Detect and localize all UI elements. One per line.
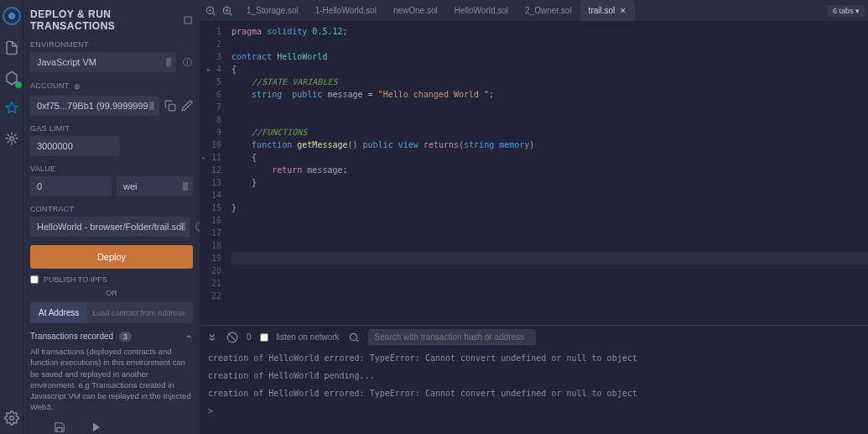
tab-bar: 1_Storage.sol1-HelloWorld.solnewOne.solH…	[200, 0, 868, 22]
remix-logo-icon[interactable]	[3, 7, 21, 25]
account-label: ACCOUNT ⊕	[30, 81, 193, 92]
settings-icon[interactable]	[4, 410, 19, 426]
svg-marker-4	[93, 423, 100, 432]
environment-select[interactable]: JavaScript VM	[30, 52, 176, 72]
svg-point-14	[350, 333, 356, 340]
compiler-icon[interactable]	[4, 71, 19, 86]
console-line: creation of HelloWorld errored: TypeErro…	[208, 389, 860, 398]
transactions-count-badge: 3	[119, 332, 132, 342]
svg-line-13	[229, 333, 236, 340]
svg-line-11	[229, 13, 231, 15]
transactions-header[interactable]: Transactions recorded 3	[30, 332, 193, 341]
chevron-up-icon[interactable]	[185, 332, 193, 341]
transactions-description: All transactions (deployed contracts and…	[30, 346, 193, 413]
icon-sidebar	[0, 0, 23, 434]
svg-point-1	[9, 416, 13, 421]
pending-count: 0	[247, 332, 252, 342]
tab-HelloWorld-sol[interactable]: HelloWorld.sol	[446, 0, 517, 21]
run-transactions-icon[interactable]	[91, 421, 102, 433]
deploy-panel: DEPLOY & RUN TRANSACTIONS ENVIRONMENT Ja…	[23, 0, 200, 434]
env-info-icon[interactable]: ⓘ	[181, 56, 193, 68]
gas-limit-label: GAS LIMIT	[30, 124, 193, 133]
code-editor[interactable]: 1 2 3 ▸ 4 5 6 7 8 9 10 ▸ 11 12 13 14 15 …	[200, 22, 868, 325]
console-clear-icon[interactable]	[226, 332, 238, 343]
value-unit-select[interactable]: wei	[117, 176, 193, 196]
deploy-icon[interactable]	[4, 101, 19, 116]
console-output: creation of HelloWorld errored: TypeErro…	[200, 348, 868, 434]
listen-network-checkbox[interactable]	[260, 333, 268, 342]
listen-network-label: listen on network	[277, 332, 340, 342]
console-line: creation of HelloWorld errored: TypeErro…	[208, 353, 860, 363]
console-search-icon[interactable]	[348, 332, 360, 343]
svg-line-15	[356, 339, 358, 342]
line-gutter: 1 2 3 ▸ 4 5 6 7 8 9 10 ▸ 11 12 13 14 15 …	[200, 22, 226, 325]
console-prompt[interactable]: >	[208, 406, 860, 416]
console-search-input[interactable]	[368, 329, 536, 345]
environment-label: ENVIRONMENT	[30, 40, 193, 49]
contract-select[interactable]: HelloWorld - browser/Folder/trail.sol	[30, 217, 190, 237]
main-area: 1_Storage.sol1-HelloWorld.solnewOne.solH…	[200, 0, 868, 434]
or-divider: OR	[30, 289, 193, 297]
at-address-button[interactable]: At Address	[30, 302, 87, 323]
publish-ipfs-checkbox[interactable]	[30, 275, 39, 284]
svg-line-7	[212, 13, 215, 15]
tab-count-badge[interactable]: 6 tabs ▾	[828, 5, 865, 17]
edit-account-icon[interactable]	[181, 100, 193, 112]
gas-limit-input[interactable]	[30, 136, 120, 156]
value-amount-input[interactable]	[30, 176, 112, 196]
publish-ipfs-label: PUBLISH TO IPFS	[44, 275, 107, 284]
console-panel: 0 listen on network creation of HelloWor…	[200, 325, 868, 434]
tab-newOne-sol[interactable]: newOne.sol	[385, 0, 446, 21]
tab-1_Storage-sol[interactable]: 1_Storage.sol	[238, 0, 307, 21]
deploy-button[interactable]: Deploy	[30, 245, 193, 269]
zoom-out-icon[interactable]	[205, 5, 216, 17]
zoom-in-icon[interactable]	[221, 5, 233, 17]
save-transactions-icon[interactable]	[54, 421, 65, 433]
panel-title: DEPLOY & RUN TRANSACTIONS	[30, 8, 193, 32]
contract-label: CONTRACT	[30, 205, 193, 213]
svg-point-0	[9, 137, 13, 141]
panel-link-icon[interactable]	[183, 14, 193, 26]
tab-trail-sol[interactable]: trail.sol✕	[580, 0, 636, 21]
console-toggle-icon[interactable]	[206, 332, 218, 343]
tab-1-HelloWorld-sol[interactable]: 1-HelloWorld.sol	[307, 0, 385, 21]
code-content[interactable]: pragma solidity 0.5.12; contract HelloWo…	[226, 22, 868, 325]
copy-account-icon[interactable]	[164, 100, 176, 112]
debugger-icon[interactable]	[4, 131, 19, 146]
file-explorer-icon[interactable]	[4, 40, 19, 55]
console-line: creation of HelloWorld pending...	[208, 371, 860, 380]
tab-2_Owner-sol[interactable]: 2_Owner.sol	[517, 0, 580, 21]
svg-rect-2	[185, 17, 191, 24]
account-add-icon[interactable]: ⊕	[71, 81, 83, 92]
at-address-input[interactable]	[87, 302, 193, 323]
account-select[interactable]: 0xf75...79Bb1 (99.9999999	[30, 96, 159, 116]
svg-rect-3	[169, 104, 175, 111]
close-tab-icon[interactable]: ✕	[620, 7, 626, 15]
value-label: VALUE	[30, 165, 193, 173]
